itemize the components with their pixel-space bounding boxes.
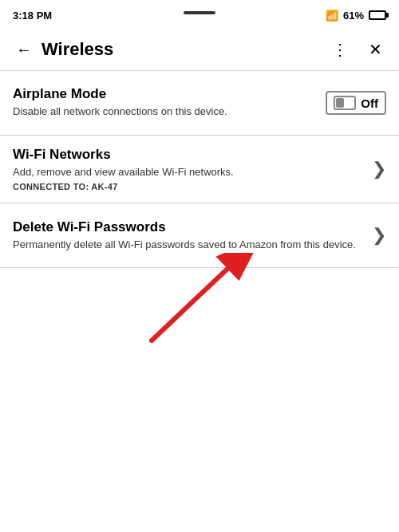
battery-icon <box>369 10 386 20</box>
toggle-state-label: Off <box>361 97 378 110</box>
wifi-networks-description: Add, remove and view available Wi-Fi net… <box>13 165 362 179</box>
wifi-networks-item[interactable]: Wi-Fi Networks Add, remove and view avai… <box>0 136 399 203</box>
toggle-track <box>334 96 356 110</box>
close-icon: ✕ <box>369 40 382 59</box>
delete-wifi-item[interactable]: Delete Wi-Fi Passwords Permanently delet… <box>0 203 399 267</box>
delete-wifi-chevron: ❯ <box>372 225 386 246</box>
chevron-right-icon-2: ❯ <box>372 225 386 246</box>
wifi-networks-content: Wi-Fi Networks Add, remove and view avai… <box>13 147 362 191</box>
wifi-connected-label: CONNECTED TO: AK-47 <box>13 182 362 191</box>
delete-wifi-description: Permanently delete all Wi-Fi passwords s… <box>13 238 362 252</box>
airplane-mode-description: Disable all network connections on this … <box>13 104 316 119</box>
airplane-mode-content: Airplane Mode Disable all network connec… <box>13 86 316 119</box>
wifi-signal-icon: 📶 <box>326 10 338 22</box>
toggle-thumb <box>336 98 344 108</box>
delete-wifi-content: Delete Wi-Fi Passwords Permanently delet… <box>13 219 362 252</box>
divider-3 <box>0 267 399 268</box>
header-actions: ⋮ ✕ <box>326 35 389 64</box>
toggle-switch[interactable]: Off <box>326 91 386 115</box>
battery-percent: 61% <box>343 10 364 22</box>
wifi-networks-chevron: ❯ <box>372 159 386 179</box>
status-bar: 3:18 PM 📶 61% <box>0 0 399 29</box>
svg-line-1 <box>152 269 227 341</box>
status-notch <box>176 0 223 14</box>
wifi-networks-title: Wi-Fi Networks <box>13 147 362 163</box>
more-icon: ⋮ <box>332 40 349 59</box>
notch-line <box>184 11 215 14</box>
page-title: Wireless <box>38 39 326 60</box>
more-options-button[interactable]: ⋮ <box>326 35 354 64</box>
delete-wifi-title: Delete Wi-Fi Passwords <box>13 219 362 235</box>
airplane-mode-title: Airplane Mode <box>13 86 316 102</box>
back-button[interactable]: ← <box>10 35 38 64</box>
close-button[interactable]: ✕ <box>361 35 389 64</box>
chevron-right-icon: ❯ <box>372 159 386 179</box>
back-arrow-icon: ← <box>16 41 32 59</box>
status-icons: 📶 61% <box>326 10 386 22</box>
header: ← Wireless ⋮ ✕ <box>0 29 399 70</box>
airplane-mode-toggle[interactable]: Off <box>326 91 386 115</box>
status-time: 3:18 PM <box>13 10 52 22</box>
airplane-mode-item[interactable]: Airplane Mode Disable all network connec… <box>0 71 399 135</box>
